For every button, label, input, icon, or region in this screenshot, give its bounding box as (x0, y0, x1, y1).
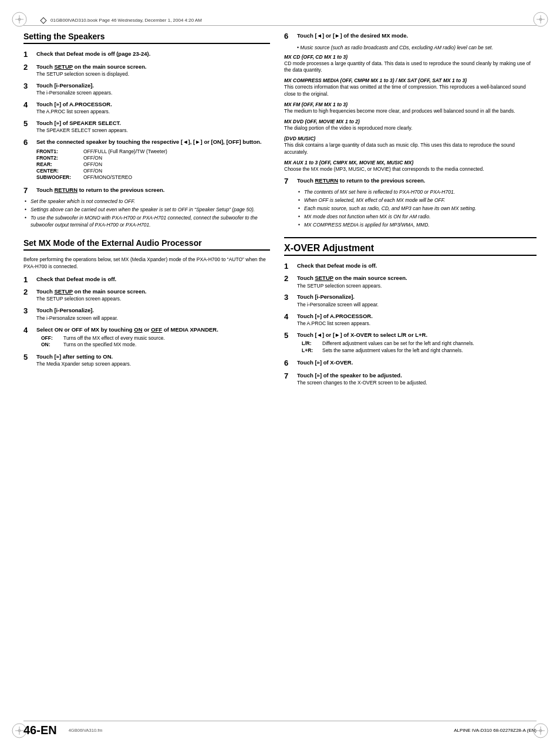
xover-title: X-OVER Adjustment (284, 243, 537, 254)
content-area: Setting the Speakers 1 Check that Defeat… (23, 32, 537, 390)
step-1-main: Check that Defeat mode is off (page 23-2… (36, 50, 270, 58)
mx-fm-body: The medium to high frequencies become mo… (284, 108, 537, 115)
step-1: 1 Check that Defeat mode is off (page 23… (23, 50, 270, 59)
note-1: • Set the speaker which is not connected… (25, 198, 270, 205)
xover-divider (284, 237, 537, 238)
corner-mark-top-left (11, 11, 28, 28)
mx-step-2-main: Touch SETUP on the main source screen. (36, 288, 270, 295)
corner-mark-top-right (532, 11, 549, 28)
right-step-6-main: Touch [◄] or [►] of the desired MX mode. (297, 32, 537, 39)
on-row: ON: Turns on the specified MX mode. (41, 342, 270, 347)
xover-step-5: 5 Touch [◄] or [►] of X-OVER to select L… (284, 331, 537, 355)
mx-step-2-sub: The SETUP selection screen appears. (36, 296, 270, 303)
mx-step-1-main: Check that Defeat mode is off. (36, 275, 270, 283)
lplus-row: L+R: Sets the same adjustment values for… (302, 347, 537, 353)
speaker-row-front1: FRONT1: OFF/FULL (Full Range)/TW (Tweete… (36, 148, 270, 154)
xover-step-3: 3 Touch [i-Personalize]. The i-Personali… (284, 293, 537, 308)
step7-notes: • The contents of MX set here is reflect… (297, 189, 537, 228)
mx-cd-title: MX CD (OFF, CD MX 1 to 3) (284, 54, 537, 60)
right-step-7: 7 Touch RETURN to return to the previous… (284, 177, 537, 186)
footer: 46-EN 4GB06IVA310.fm ALPINE IVA-D310 68-… (23, 721, 537, 737)
step7-note-2: • When OFF is selected, MX effect of eac… (298, 197, 537, 204)
xover-step-5-main: Touch [◄] or [►] of X-OVER to select L/R… (297, 331, 537, 339)
left-column: Setting the Speakers 1 Check that Defeat… (23, 32, 270, 390)
set-mx-mode-title: Set MX Mode of the External Audio Proces… (23, 238, 270, 251)
step-2-main: Touch SETUP on the main source screen. (36, 63, 270, 70)
step7-note-1: • The contents of MX set here is reflect… (298, 189, 537, 196)
step-3: 3 Touch [i-Personalize]. The i-Personali… (23, 82, 270, 97)
xover-step-6: 6 Touch [»] of X-OVER. (284, 359, 537, 368)
right-step-7-main: Touch RETURN to return to the previous s… (297, 177, 537, 184)
mx-compress-title: MX COMPRESS MEDIA (OFF, CMPM MX 1 to 3) … (284, 77, 537, 83)
xover-step-2-sub: The SETUP selection screen appears. (297, 283, 537, 290)
mx-step-5-sub: The Media Xpander setup screen appears. (36, 361, 270, 368)
xover-title-underline (284, 255, 537, 256)
xover-step-3-sub: The i-Personalize screen will appear. (297, 302, 537, 309)
step-5-main: Touch [»] of SPEAKER SELECT. (36, 119, 270, 127)
speaker-row-rear: REAR: OFF/ON (36, 161, 270, 167)
speaker-row-front2: FRONT2: OFF/ON (36, 155, 270, 161)
step-4: 4 Touch [»] of A.PROCESSOR. The A.PROC l… (23, 100, 270, 116)
step-3-main: Touch [i-Personalize]. (36, 82, 270, 89)
xover-step-7: 7 Touch [»] of the speaker to be adjuste… (284, 371, 537, 387)
footer-product: ALPINE IVA-D310 68-02278Z28-A (EN) (454, 728, 537, 733)
dvd-music-body: This disk contains a large quantity of d… (284, 142, 537, 156)
page-container: 01GB00IVAD310.book Page 46 Wednesday, De… (0, 0, 560, 750)
step-5-sub: The SPEAKER SELECT screen appears. (36, 127, 270, 134)
mx-step-3: 3 Touch [i-Personalize]. The i-Personali… (23, 306, 270, 322)
xover-step-1-main: Check that Defeat mode is off. (297, 262, 537, 269)
lr-table: L/R: Different adjustment values can be … (302, 340, 537, 353)
header-bar: 01GB00IVAD310.book Page 46 Wednesday, De… (23, 18, 537, 26)
step7-note-3: • Each music source, such as radio, CD, … (298, 205, 537, 212)
mx-modes: MX CD (OFF, CD MX 1 to 3) CD mode proces… (284, 54, 537, 173)
step-2-sub: The SETUP selection screen is displayed. (36, 71, 270, 78)
mx-intro: Before performing the operations below, … (23, 256, 270, 271)
mx-step-3-main: Touch [i-Personalize]. (36, 306, 270, 314)
speaker-row-center: CENTER: OFF/ON (36, 168, 270, 174)
mx-aux-title: MX AUX 1 to 3 (OFF, CMPX MX, MOVIE MX, M… (284, 160, 537, 165)
step-3-sub: The i-Personalize screen appears. (36, 90, 270, 97)
step-4-main: Touch [»] of A.PROCESSOR. (36, 100, 270, 108)
step7-note-5: • MX COMPRESS MEDIA is applied for MP3/W… (298, 222, 537, 229)
mx-step-4: 4 Select ON or OFF of MX by touching ON … (23, 326, 270, 349)
mx-step-2: 2 Touch SETUP on the main source screen.… (23, 288, 270, 303)
section1-notes: • Set the speaker which is not connected… (23, 198, 270, 229)
xover-step-7-main: Touch [»] of the speaker to be adjusted. (297, 371, 537, 379)
mx-compress-body: This corrects information that was omitt… (284, 84, 537, 98)
mx-step-5: 5 Touch [»] after setting to ON. The Med… (23, 353, 270, 368)
xover-step-7-sub: The screen changes to the X-OVER screen … (297, 380, 537, 387)
mx-step-1: 1 Check that Defeat mode is off. (23, 275, 270, 285)
mx-dvd-body: The dialog portion of the video is repro… (284, 125, 537, 132)
xover-step-4-main: Touch [»] of A.PROCESSOR. (297, 312, 537, 320)
mx-fm-title: MX FM (OFF, FM MX 1 to 3) (284, 102, 537, 107)
set-mx-mode-section: Set MX Mode of the External Audio Proces… (23, 238, 270, 368)
right-step-6-note: • Music source (such as radio broadcasts… (297, 45, 537, 50)
note-2: • Settings above can be carried out even… (25, 207, 270, 214)
footer-filename: 4GB06IVA310.fm (69, 728, 103, 733)
mx-dvd-title: MX DVD (OFF, MOVIE MX 1 to 2) (284, 119, 537, 124)
xover-section: X-OVER Adjustment 1 Check that Defeat mo… (284, 243, 537, 387)
off-on-table: OFF: Turns off the MX effect of every mu… (41, 335, 270, 347)
step-7: 7 Touch RETURN to return to the previous… (23, 186, 270, 195)
xover-step-2: 2 Touch SETUP on the main source screen.… (284, 274, 537, 289)
step-5: 5 Touch [»] of SPEAKER SELECT. The SPEAK… (23, 119, 270, 134)
speaker-table: FRONT1: OFF/FULL (Full Range)/TW (Tweete… (36, 148, 270, 180)
right-step-6: 6 Touch [◄] or [►] of the desired MX mod… (284, 32, 537, 173)
header-text: 01GB00IVAD310.book Page 46 Wednesday, De… (50, 18, 202, 23)
xover-step-4-sub: The A.PROC list screen appears. (297, 320, 537, 327)
right-step-6-row: 6 Touch [◄] or [►] of the desired MX mod… (284, 32, 537, 41)
step-4-sub: The A.PROC list screen appears. (36, 109, 270, 116)
step-2: 2 Touch SETUP on the main source screen.… (23, 63, 270, 78)
off-row: OFF: Turns off the MX effect of every mu… (41, 335, 270, 341)
mx-step-5-main: Touch [»] after setting to ON. (36, 353, 270, 360)
speaker-row-subwoofer: SUBWOOFER: OFF/MONO/STEREO (36, 174, 270, 180)
step-6: 6 Set the connected speaker by touching … (23, 138, 270, 182)
xover-step-3-main: Touch [i-Personalize]. (297, 293, 537, 300)
setting-speakers-title: Setting the Speakers (23, 32, 270, 44)
mx-aux-body: Choose the MX mode (MP3, MUSIC, or MOVIE… (284, 166, 537, 173)
page-number: 46-EN (23, 724, 57, 737)
step7-note-4: • MX mode does not function when MX is O… (298, 214, 537, 221)
setting-speakers-section: Setting the Speakers 1 Check that Defeat… (23, 32, 270, 229)
xover-step-4: 4 Touch [»] of A.PROCESSOR. The A.PROC l… (284, 312, 537, 327)
mx-step-4-main: Select ON or OFF of MX by touching ON or… (36, 326, 270, 333)
